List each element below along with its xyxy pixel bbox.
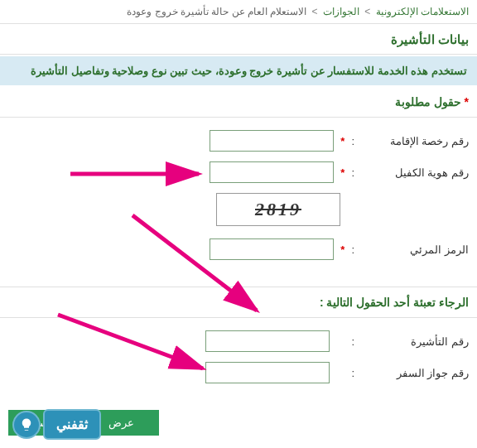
colon: : [351, 243, 354, 256]
required-star: * [340, 135, 344, 147]
label-visa: رقم التأشيرة [361, 335, 469, 348]
colon: : [351, 135, 354, 147]
label-passport: رقم جواز السفر [361, 367, 469, 379]
required-fields-label: حقول مطلوبة [395, 95, 461, 108]
captcha-image: 2819 [216, 193, 340, 226]
input-captcha[interactable] [210, 238, 334, 260]
required-marker: * [465, 95, 469, 108]
required-fields-title: * حقول مطلوبة [0, 87, 477, 118]
button-row: عرض مسح [0, 402, 477, 444]
breadcrumb-item[interactable]: الجوازات [323, 6, 359, 17]
breadcrumb-sep: > [312, 6, 318, 17]
breadcrumb-current: الاستعلام العام عن حالة تأشيرة خروج وعود… [127, 6, 306, 17]
form-area-2: رقم التأشيرة : رقم جواز السفر : [0, 318, 477, 402]
row-iqama: رقم رخصة الإقامة : * [8, 130, 469, 152]
label-captcha: الرمز المرئي [361, 243, 469, 256]
label-iqama: رقم رخصة الإقامة [361, 135, 469, 147]
section-title: بيانات التأشيرة [0, 24, 477, 55]
breadcrumb-sep: > [364, 6, 370, 17]
row-visa: رقم التأشيرة : [8, 330, 469, 352]
row-passport: رقم جواز السفر : [8, 362, 469, 383]
view-button[interactable]: عرض [84, 410, 159, 436]
info-bar: تستخدم هذه الخدمة للاستفسار عن تأشيرة خر… [0, 56, 477, 85]
clear-button[interactable]: مسح [8, 410, 80, 436]
input-iqama[interactable] [210, 130, 334, 152]
colon: : [351, 166, 354, 179]
label-sponsor: رقم هوية الكفيل [361, 166, 469, 179]
input-passport[interactable] [205, 362, 330, 383]
required-star: * [340, 166, 344, 179]
required-star: * [340, 243, 344, 256]
input-visa[interactable] [205, 330, 330, 352]
row-sponsor: رقم هوية الكفيل : * [8, 161, 469, 183]
colon: : [351, 367, 354, 379]
row-captcha: الرمز المرئي : * [8, 238, 469, 260]
breadcrumb-item[interactable]: الاستعلامات الإلكترونية [376, 6, 469, 17]
breadcrumb: الاستعلامات الإلكترونية > الجوازات > الا… [0, 0, 477, 24]
fill-one-title: الرجاء تعبئة أحد الحقول التالية : [0, 287, 477, 318]
input-sponsor[interactable] [210, 161, 334, 183]
colon: : [351, 335, 354, 348]
form-area: رقم رخصة الإقامة : * رقم هوية الكفيل : *… [0, 118, 477, 278]
